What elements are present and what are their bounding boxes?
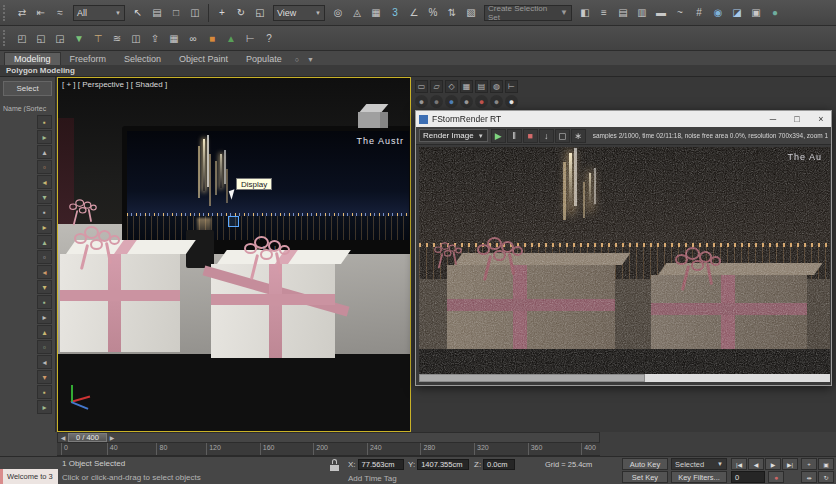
go-to-start-button[interactable]: |◀ — [731, 458, 747, 470]
frame-back-arrow[interactable]: ◀ — [58, 434, 68, 441]
fstorm-settings-icon[interactable]: ∗ — [571, 129, 586, 143]
minimize-button[interactable]: ─ — [763, 111, 783, 127]
stack-item-icon[interactable]: ◂ — [37, 175, 52, 189]
keyboard-override-icon[interactable]: ▦ — [367, 3, 385, 22]
fstorm-settings-icon[interactable]: ● — [490, 95, 503, 108]
edit-named-selection-sets-icon[interactable]: ▧ — [462, 3, 480, 22]
gift-box-right[interactable] — [211, 264, 335, 358]
link-icon[interactable]: ∞ — [184, 29, 202, 48]
stack-item-icon[interactable]: ▸ — [37, 400, 52, 414]
flask-icon[interactable]: ▼ — [70, 29, 88, 48]
boxes-icon[interactable]: ◫ — [127, 29, 145, 48]
unlink-selection-icon[interactable]: ⇤ — [32, 3, 50, 22]
tab-freeform[interactable]: Freeform — [61, 53, 116, 65]
tab-modeling[interactable]: Modeling — [4, 52, 61, 65]
new-container-icon[interactable]: ◰ — [13, 29, 31, 48]
hammer-icon[interactable]: ⊤ — [89, 29, 107, 48]
stack-item-icon[interactable]: ▾ — [37, 190, 52, 204]
key-filters-button[interactable]: Key Filters... — [671, 471, 727, 483]
bind-to-space-warp-icon[interactable]: ≈ — [51, 3, 69, 22]
lock-icon[interactable] — [330, 463, 340, 471]
grid-icon[interactable]: ▦ — [165, 29, 183, 48]
use-pivot-center-icon[interactable]: ◎ — [329, 3, 347, 22]
export-icon[interactable]: ⇪ — [146, 29, 164, 48]
add-time-tag[interactable]: Add Time Tag — [348, 474, 397, 483]
maximize-button[interactable]: □ — [787, 111, 807, 127]
fstorm-camera-icon[interactable]: ● — [460, 95, 473, 108]
perspective-viewport[interactable]: [ + ] [ Perspective ] [ Shaded ] The Aus… — [57, 77, 411, 432]
stack-item-icon[interactable]: ▴ — [37, 325, 52, 339]
stack-item-icon[interactable]: ▫ — [37, 160, 52, 174]
select-and-scale-icon[interactable]: ◱ — [251, 3, 269, 22]
fstorm-save-icon[interactable]: ↓ — [539, 129, 554, 143]
select-and-move-icon[interactable]: + — [213, 3, 231, 22]
stack-item-icon[interactable]: ▪ — [37, 115, 52, 129]
tab-populate[interactable]: Populate — [237, 53, 291, 65]
help-icon[interactable]: ? — [260, 29, 278, 48]
tab-object-paint[interactable]: Object Paint — [170, 53, 237, 65]
toolbar-grip[interactable] — [3, 5, 9, 21]
orbit-icon[interactable]: ↻ — [818, 471, 834, 483]
schematic-view-icon[interactable]: # — [690, 3, 708, 22]
render-target-dropdown[interactable]: Render Image ▼ — [419, 129, 488, 142]
angle-snap-icon[interactable]: ∠ — [405, 3, 423, 22]
play-button[interactable]: ▶ — [765, 458, 781, 470]
stack-item-icon[interactable]: ▴ — [37, 235, 52, 249]
fstorm-proxy-icon[interactable]: ● — [475, 95, 488, 108]
viewcube[interactable] — [358, 104, 390, 130]
rendered-frame-icon[interactable]: ▣ — [747, 3, 765, 22]
select-and-manipulate-icon[interactable]: ◬ — [348, 3, 366, 22]
layers-icon[interactable]: ▤ — [475, 80, 488, 93]
stack-item-icon[interactable]: ▸ — [37, 310, 52, 324]
stack-item-icon[interactable]: ▴ — [37, 145, 52, 159]
zoom-extents-icon[interactable]: ▣ — [818, 458, 834, 470]
select-and-link-icon[interactable]: ⇄ — [13, 3, 31, 22]
key-mode-toggle[interactable]: ● — [768, 471, 784, 483]
stack-icon[interactable]: ≋ — [108, 29, 126, 48]
toolbar-grip[interactable] — [3, 30, 9, 46]
window-crossing-icon[interactable]: ◫ — [186, 3, 204, 22]
snaps-toggle-icon[interactable]: 3 — [386, 3, 404, 22]
scrollbar-thumb[interactable] — [419, 374, 645, 382]
zoom-icon[interactable]: + — [801, 458, 817, 470]
frame-forward-arrow[interactable]: ▶ — [107, 434, 117, 441]
wrench-icon[interactable]: ⊢ — [241, 29, 259, 48]
edit-icon[interactable]: ▭ — [415, 80, 428, 93]
orange-box-icon[interactable]: ■ — [203, 29, 221, 48]
select-and-rotate-icon[interactable]: ↻ — [232, 3, 250, 22]
go-to-end-button[interactable]: ▶| — [782, 458, 798, 470]
select-by-name-icon[interactable]: ▤ — [148, 3, 166, 22]
layer-explorer-icon[interactable]: ▥ — [633, 3, 651, 22]
mirror-icon[interactable]: ◧ — [576, 3, 594, 22]
render-production-icon[interactable]: ● — [766, 3, 784, 22]
monitor-icon[interactable]: ▱ — [430, 80, 443, 93]
select-object-icon[interactable]: ↖ — [129, 3, 147, 22]
auto-key-button[interactable]: Auto Key — [622, 458, 668, 470]
stack-item-icon[interactable]: ▪ — [37, 295, 52, 309]
z-field[interactable]: 0.0cm — [483, 459, 515, 470]
percent-snap-icon[interactable]: % — [424, 3, 442, 22]
stack-item-icon[interactable]: ▸ — [37, 220, 52, 234]
stack-item-icon[interactable]: ▾ — [37, 370, 52, 384]
fstorm-region-icon[interactable]: ▢ — [555, 129, 570, 143]
fstorm-titlebar[interactable]: FStormRender RT ─ □ × — [416, 111, 831, 127]
polygon-modeling-panel[interactable]: Polygon Modeling — [0, 65, 836, 77]
open-container-icon[interactable]: ◱ — [32, 29, 50, 48]
previous-frame-button[interactable]: ◀ — [748, 458, 764, 470]
ribbon-toggle-icon[interactable]: ▬ — [652, 3, 670, 22]
ribbon-config-icon[interactable]: ○ — [295, 56, 299, 63]
sphere-icon[interactable]: ◍ — [490, 80, 503, 93]
curve-editor-icon[interactable]: ~ — [671, 3, 689, 22]
fstorm-stop-icon[interactable]: ■ — [523, 129, 538, 143]
fstorm-material-icon[interactable]: ● — [430, 95, 443, 108]
stack-item-icon[interactable]: ◂ — [37, 355, 52, 369]
stack-item-icon[interactable]: ▪ — [37, 385, 52, 399]
y-field[interactable]: 1407.355cm — [417, 459, 469, 470]
track-bar[interactable]: 04080120160200240280320360400 — [57, 443, 600, 456]
fstorm-rt-icon[interactable]: ● — [415, 95, 428, 108]
stack-item-icon[interactable]: ▫ — [37, 250, 52, 264]
current-frame-field[interactable]: 0 — [731, 471, 765, 483]
rectangular-selection-icon[interactable]: □ — [167, 3, 185, 22]
stack-item-icon[interactable]: ▪ — [37, 205, 52, 219]
reference-coordinate-dropdown[interactable]: View ▼ — [273, 5, 325, 21]
